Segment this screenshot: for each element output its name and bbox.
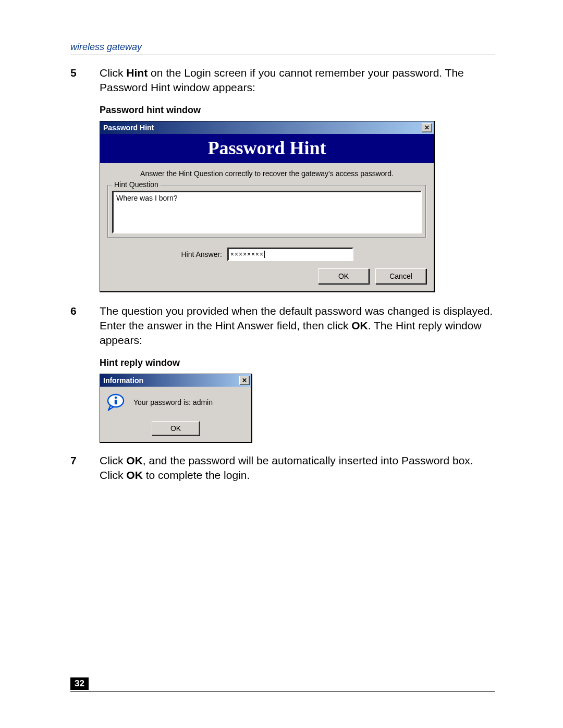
running-header: wireless gateway [70, 42, 495, 53]
cancel-button[interactable]: Cancel [375, 268, 426, 284]
hint-question-group: Hint Question Where was I born? [107, 185, 426, 238]
close-icon[interactable]: ✕ [239, 376, 250, 385]
footer-rule [70, 691, 495, 692]
svg-rect-2 [115, 400, 117, 404]
group-legend: Hint Question [112, 180, 161, 189]
instruction-text: Answer the Hint Question correctly to re… [107, 169, 426, 178]
step-6: 6 The question you provided when the def… [70, 304, 495, 348]
step-5: 5 Click Hint on the Login screen if you … [70, 66, 495, 95]
window-title: Information [103, 376, 143, 385]
page-number: 32 [70, 677, 89, 690]
banner-title: Password Hint [100, 134, 434, 163]
window-title: Password Hint [103, 124, 154, 132]
information-window: Information ✕ Your password is: admin OK [100, 374, 252, 443]
titlebar: Password Hint ✕ [100, 121, 434, 134]
step-text: The question you provided when the defau… [100, 304, 495, 348]
page-footer: 32 [70, 677, 495, 692]
caption-reply-window: Hint reply window [100, 357, 495, 368]
hint-answer-label: Hint Answer: [107, 250, 222, 258]
ok-button[interactable]: OK [318, 268, 369, 284]
caption-hint-window: Password hint window [100, 105, 495, 116]
step-text: Click OK, and the password will be autom… [100, 453, 495, 483]
header-rule [70, 55, 495, 55]
hint-answer-input[interactable]: ×××××××× [227, 248, 353, 261]
info-message: Your password is: admin [133, 398, 213, 406]
step-7: 7 Click OK, and the password will be aut… [70, 453, 495, 483]
ok-button[interactable]: OK [152, 421, 200, 436]
svg-point-1 [115, 396, 117, 399]
step-number: 7 [70, 453, 89, 483]
password-hint-window: Password Hint ✕ Password Hint Answer the… [100, 121, 435, 292]
step-number: 5 [70, 66, 89, 95]
step-text: Click Hint on the Login screen if you ca… [100, 66, 495, 95]
hint-question-text: Where was I born? [112, 191, 422, 233]
titlebar: Information ✕ [100, 374, 251, 387]
step-number: 6 [70, 304, 89, 348]
info-icon [105, 392, 126, 413]
close-icon[interactable]: ✕ [422, 123, 432, 132]
